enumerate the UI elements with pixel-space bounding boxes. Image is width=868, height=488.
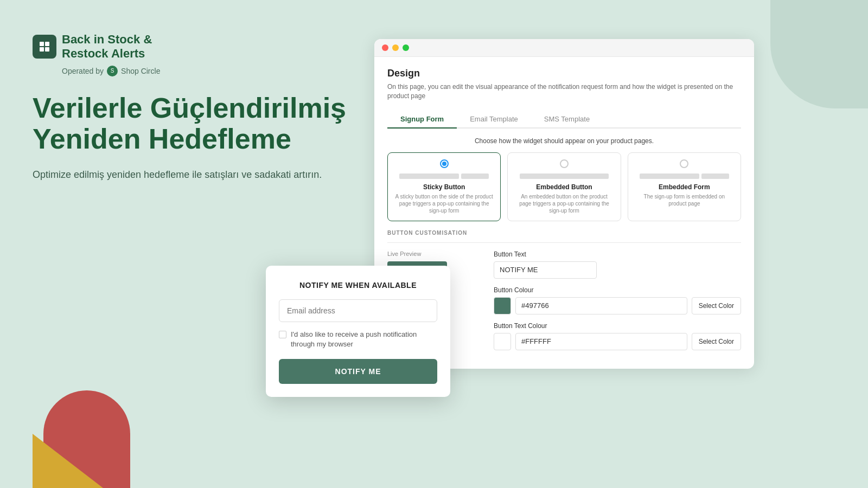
popup-email-input[interactable] [279, 299, 437, 322]
design-title: Design [387, 68, 741, 79]
main-heading: Verilerle Güçlendirilmiş Yeniden Hedefle… [33, 93, 347, 155]
widget-name-sticky: Sticky Button [394, 183, 494, 191]
operated-by: Operated by S Shop Circle [62, 66, 347, 76]
left-panel: Back in Stock & Restock Alerts Operated … [33, 33, 347, 182]
shop-circle-icon: S [107, 66, 118, 76]
field-group-button-text: Button Text [494, 251, 741, 279]
popup-checkbox-row: I'd also like to receive a push notifica… [279, 330, 437, 349]
widget-desc-embedded-btn: An embedded button on the product page t… [514, 193, 614, 214]
field-input-row-text-colour: Select Color [494, 333, 741, 350]
widget-option-embedded-btn[interactable]: Embedded Button An embedded button on th… [507, 152, 621, 221]
preview-bar-embedded-btn [520, 174, 609, 179]
choose-text: Choose how the widget should appear on y… [387, 137, 741, 145]
button-colour-swatch[interactable] [494, 297, 511, 314]
operated-by-text: Operated by [62, 67, 104, 75]
sub-text: Optimize edilmiş yeniden hedefleme ile s… [33, 168, 347, 182]
field-group-button-text-colour: Button Text Colour Select Color [494, 322, 741, 350]
brand-title-line2: Restock Alerts [62, 47, 152, 61]
widget-preview-sticky [394, 174, 494, 179]
radio-sticky [440, 159, 449, 168]
field-label-button-colour: Button Colour [494, 286, 741, 294]
heading-line2: Yeniden Hedefleme [33, 124, 347, 155]
radio-embedded-form [680, 159, 688, 168]
select-color-button-1[interactable]: Select Color [692, 297, 741, 314]
radio-embedded-btn [560, 159, 569, 168]
brand-logo [33, 35, 56, 59]
browser-dot-green [403, 44, 409, 51]
browser-titlebar [374, 39, 754, 57]
section-label-btn-customisation: BUTTON CUSTOMISATION [387, 230, 741, 236]
design-desc: On this page, you can edit the visual ap… [387, 82, 741, 101]
widget-preview-embedded-form [635, 174, 734, 179]
browser-dot-yellow [392, 44, 399, 51]
tabs-container: Signup Form Email Template SMS Template [387, 111, 741, 129]
widget-name-embedded-btn: Embedded Button [514, 183, 614, 191]
preview-bar-embedded-form-short [701, 174, 729, 179]
svg-rect-1 [45, 42, 49, 46]
widget-option-embedded-form[interactable]: Embedded Form The sign-up form is embedd… [628, 152, 741, 221]
heading-line1: Verilerle Güçlendirilmiş [33, 93, 347, 124]
widget-preview-embedded-btn [514, 174, 614, 179]
brand-title-line1: Back in Stock & [62, 33, 152, 47]
button-colour-input[interactable] [515, 297, 687, 314]
widget-option-sticky[interactable]: Sticky Button A sticky button on the sid… [387, 152, 501, 221]
select-color-button-2[interactable]: Select Color [692, 333, 741, 350]
widget-name-embedded-form: Embedded Form [635, 183, 734, 191]
field-label-button-text: Button Text [494, 251, 741, 258]
customisation-fields: Button Text Button Colour Select Color B… [494, 251, 741, 358]
popup-checkbox-label: I'd also like to receive a push notifica… [291, 330, 437, 349]
browser-dot-red [382, 44, 388, 51]
widget-desc-sticky: A sticky button on the side of the produ… [394, 193, 494, 214]
svg-rect-0 [40, 42, 44, 46]
button-text-input[interactable] [494, 261, 597, 279]
field-label-button-text-colour: Button Text Colour [494, 322, 741, 330]
field-input-row-colour: Select Color [494, 297, 741, 314]
svg-rect-3 [45, 47, 49, 52]
bg-shape-top-right [770, 0, 868, 108]
live-preview-label: Live Preview [387, 251, 485, 257]
widget-desc-embedded-form: The sign-up form is embedded on product … [635, 193, 734, 207]
radio-dot-sticky [442, 162, 446, 166]
svg-rect-2 [40, 47, 44, 52]
preview-bar-sticky-long [399, 174, 459, 179]
field-group-button-colour: Button Colour Select Color [494, 286, 741, 314]
tab-sms-template[interactable]: SMS Template [531, 111, 603, 129]
popup-card: NOTIFY ME WHEN AVAILABLE I'd also like t… [266, 266, 450, 397]
popup-title: NOTIFY ME WHEN AVAILABLE [279, 281, 437, 290]
button-text-colour-input[interactable] [515, 333, 687, 350]
widget-options: Sticky Button A sticky button on the sid… [387, 152, 741, 221]
popup-notify-button[interactable]: NOTIFY ME [279, 359, 437, 384]
brand-header: Back in Stock & Restock Alerts [33, 33, 347, 61]
tab-email-template[interactable]: Email Template [457, 111, 531, 129]
preview-bar-embedded-form-long [640, 174, 699, 179]
popup-checkbox[interactable] [279, 331, 286, 338]
tab-signup-form[interactable]: Signup Form [387, 111, 457, 129]
button-text-colour-swatch[interactable] [494, 333, 511, 350]
preview-bar-sticky-short [461, 174, 489, 179]
shop-circle-text: Shop Circle [121, 67, 160, 75]
